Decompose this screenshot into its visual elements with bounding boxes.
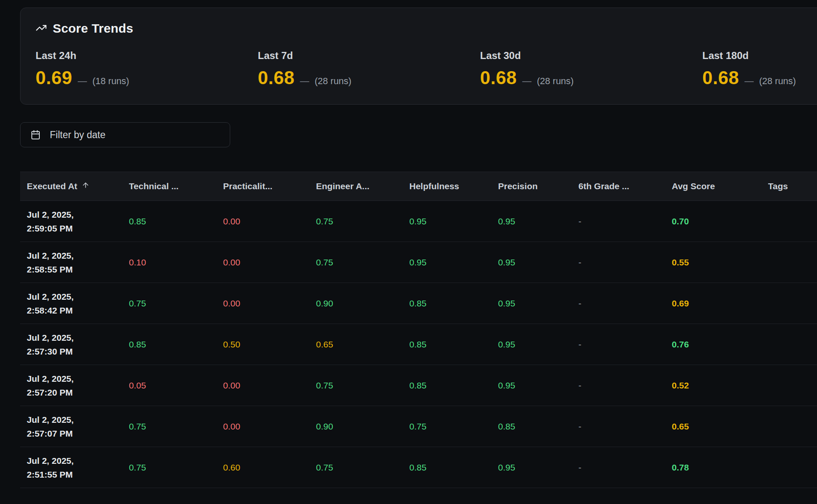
stat-dash: —	[522, 76, 532, 87]
score-cell-helpfulness: 0.75	[409, 422, 498, 432]
executed-at-cell: Jul 2, 2025, 2:57:20 PM	[20, 372, 129, 399]
trending-up-icon	[36, 22, 47, 35]
score-cell-engineer: 0.75	[316, 257, 409, 267]
column-header-technical-accuracy[interactable]: Technical ...	[129, 181, 223, 191]
score-cell-engineer: 0.90	[316, 422, 409, 432]
score-cell-precision: 0.95	[498, 463, 578, 473]
executed-at-date: Jul 2, 2025,	[27, 331, 129, 345]
column-header-engineer-alignment[interactable]: Engineer A...	[316, 181, 409, 191]
stat-row: 0.68 — (28 runs)	[702, 67, 817, 88]
column-header-precision[interactable]: Precision	[498, 181, 578, 191]
stat-runs: (28 runs)	[537, 76, 574, 87]
score-cell-precision: 0.95	[498, 216, 578, 226]
score-cell-practicality: 0.00	[223, 216, 316, 226]
executed-at-date: Jul 2, 2025,	[27, 249, 129, 262]
executed-at-cell: Jul 2, 2025, 2:58:55 PM	[20, 249, 129, 276]
score-cell-precision: 0.95	[498, 298, 578, 309]
score-cell-practicality: 0.00	[223, 381, 316, 391]
score-cell-helpfulness: 0.85	[409, 339, 498, 350]
page: Score Trends Last 24h 0.69 — (18 runs) L…	[0, 0, 817, 504]
score-cell-helpfulness: 0.95	[409, 257, 498, 267]
table-row[interactable]: Jul 2, 2025, 2:57:30 PM 0.85 0.50 0.65 0…	[20, 324, 817, 365]
score-cell-6th-grade: -	[578, 422, 672, 432]
avg-score-cell: 0.55	[672, 257, 768, 267]
filter-by-date-button[interactable]: Filter by date	[20, 122, 230, 147]
score-cell-precision: 0.95	[498, 381, 578, 391]
executed-at-time: 2:59:05 PM	[27, 221, 129, 235]
table-row[interactable]: Jul 2, 2025, 2:59:05 PM 0.85 0.00 0.75 0…	[20, 201, 817, 242]
stat-last-180d: Last 180d 0.68 — (28 runs)	[702, 50, 817, 88]
stat-dash: —	[300, 76, 309, 87]
table-row[interactable]: Jul 2, 2025, 2:58:55 PM 0.10 0.00 0.75 0…	[20, 242, 817, 283]
score-cell-technical: 0.85	[129, 216, 223, 226]
avg-score-cell: 0.65	[672, 422, 768, 432]
score-cell-technical: 0.75	[129, 463, 223, 473]
column-header-tags[interactable]: Tags	[768, 181, 817, 191]
score-cell-helpfulness: 0.85	[409, 298, 498, 309]
column-header-avg-score[interactable]: Avg Score	[672, 181, 768, 191]
stat-value: 0.68	[702, 67, 739, 88]
score-cell-engineer: 0.75	[316, 381, 409, 391]
stat-row: 0.68 — (28 runs)	[480, 67, 702, 88]
executed-at-time: 2:57:07 PM	[27, 427, 129, 440]
score-cell-precision: 0.95	[498, 257, 578, 267]
stat-runs: (28 runs)	[759, 76, 796, 87]
score-cell-6th-grade: -	[578, 257, 672, 267]
score-cell-helpfulness: 0.85	[409, 463, 498, 473]
column-header-practicality[interactable]: Practicalit...	[223, 181, 316, 191]
stat-last-30d: Last 30d 0.68 — (28 runs)	[480, 50, 702, 88]
score-cell-practicality: 0.50	[223, 339, 316, 350]
table-row-partial[interactable]	[20, 488, 817, 504]
sort-ascending-icon	[82, 181, 90, 191]
score-cell-6th-grade: -	[578, 298, 672, 309]
stat-dash: —	[745, 76, 754, 87]
score-trends-title: Score Trends	[53, 21, 133, 36]
executed-at-date: Jul 2, 2025,	[27, 290, 129, 303]
executed-at-date: Jul 2, 2025,	[27, 372, 129, 386]
score-cell-6th-grade: -	[578, 463, 672, 473]
table-row[interactable]: Jul 2, 2025, 2:51:55 PM 0.75 0.60 0.75 0…	[20, 447, 817, 488]
table-row[interactable]: Jul 2, 2025, 2:57:20 PM 0.05 0.00 0.75 0…	[20, 365, 817, 406]
calendar-icon	[31, 130, 41, 140]
score-cell-helpfulness: 0.85	[409, 381, 498, 391]
column-header-executed-at[interactable]: Executed At	[20, 181, 129, 191]
stat-value: 0.68	[480, 67, 517, 88]
score-cell-practicality: 0.00	[223, 298, 316, 309]
results-table: Executed At Technical ... Practicalit...…	[20, 172, 817, 504]
executed-at-cell: Jul 2, 2025, 2:51:55 PM	[20, 454, 129, 481]
score-trends-stats: Last 24h 0.69 — (18 runs) Last 7d 0.68 —…	[36, 50, 817, 88]
column-header-helpfulness[interactable]: Helpfulness	[409, 181, 498, 191]
score-cell-technical: 0.10	[129, 257, 223, 267]
score-trends-header: Score Trends	[36, 21, 817, 36]
score-cell-practicality: 0.00	[223, 257, 316, 267]
score-cell-technical: 0.75	[129, 422, 223, 432]
score-cell-6th-grade: -	[578, 339, 672, 350]
stat-row: 0.69 — (18 runs)	[36, 67, 258, 88]
table-row[interactable]: Jul 2, 2025, 2:57:07 PM 0.75 0.00 0.90 0…	[20, 406, 817, 447]
avg-score-cell: 0.78	[672, 463, 768, 473]
score-cell-technical: 0.75	[129, 298, 223, 309]
executed-at-time: 2:58:55 PM	[27, 262, 129, 276]
score-cell-engineer: 0.75	[316, 216, 409, 226]
executed-at-time: 2:58:42 PM	[27, 303, 129, 317]
score-cell-6th-grade: -	[578, 381, 672, 391]
stat-label: Last 24h	[36, 50, 258, 62]
executed-at-cell: Jul 2, 2025, 2:59:05 PM	[20, 208, 129, 235]
executed-at-date: Jul 2, 2025,	[27, 454, 129, 468]
table-row[interactable]: Jul 2, 2025, 2:58:42 PM 0.75 0.00 0.90 0…	[20, 283, 817, 324]
score-cell-engineer: 0.75	[316, 463, 409, 473]
avg-score-cell: 0.76	[672, 339, 768, 350]
score-cell-technical: 0.85	[129, 339, 223, 350]
executed-at-cell: Jul 2, 2025, 2:58:42 PM	[20, 290, 129, 317]
filter-by-date-label: Filter by date	[50, 129, 105, 141]
score-cell-practicality: 0.60	[223, 463, 316, 473]
score-cell-engineer: 0.90	[316, 298, 409, 309]
avg-score-cell: 0.70	[672, 216, 768, 226]
column-header-6th-grade[interactable]: 6th Grade ...	[578, 181, 672, 191]
score-cell-engineer: 0.65	[316, 339, 409, 350]
table-header-row: Executed At Technical ... Practicalit...…	[20, 172, 817, 201]
executed-at-cell: Jul 2, 2025, 2:57:30 PM	[20, 331, 129, 358]
avg-score-cell: 0.52	[672, 381, 768, 391]
executed-at-time: 2:51:55 PM	[27, 468, 129, 481]
stat-row: 0.68 — (28 runs)	[258, 67, 480, 88]
